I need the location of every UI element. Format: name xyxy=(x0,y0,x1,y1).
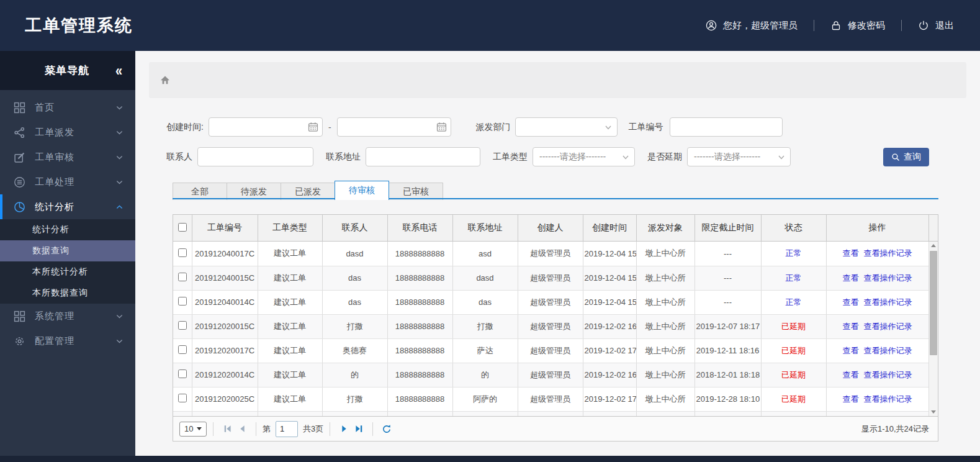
share-icon xyxy=(14,127,25,138)
sidebar-item-统计分析[interactable]: 统计分析 xyxy=(0,194,135,219)
date-from-input[interactable] xyxy=(209,117,323,137)
sidebar-subitem-本所统计分析[interactable]: 本所统计分析 xyxy=(0,261,135,283)
action-link-查看操作记录[interactable]: 查看操作记录 xyxy=(864,346,912,355)
tab-待派发[interactable]: 待派发 xyxy=(227,183,281,200)
search-button[interactable]: 查询 xyxy=(883,148,929,166)
action-link-查看[interactable]: 查看 xyxy=(843,273,859,283)
logout-button[interactable]: 退出 xyxy=(918,20,954,32)
cell-order_no: 201912020025C xyxy=(192,387,258,411)
column-header-工单编号: 工单编号 xyxy=(192,215,258,241)
sidebar-item-工单派发[interactable]: 工单派发 xyxy=(0,120,135,145)
row-select-cell xyxy=(173,338,192,363)
action-link-查看[interactable]: 查看 xyxy=(843,346,859,355)
cell-deadline: --- xyxy=(695,266,761,290)
scroll-up-icon[interactable] xyxy=(929,242,938,250)
action-link-查看[interactable]: 查看 xyxy=(843,322,859,331)
tab-已审核[interactable]: 已审核 xyxy=(389,183,443,200)
sidebar-item-label: 工单处理 xyxy=(35,176,74,188)
action-link-查看操作记录[interactable]: 查看操作记录 xyxy=(864,394,912,404)
is-delayed-label: 是否延期 xyxy=(647,152,682,163)
row-checkbox[interactable] xyxy=(178,297,187,306)
bottom-strip xyxy=(0,456,980,462)
date-to-input[interactable] xyxy=(337,117,451,137)
divider xyxy=(213,422,214,436)
select-all-checkbox[interactable] xyxy=(178,223,187,232)
cell-deadline: 2019-12-11 18:16 xyxy=(695,338,761,363)
action-link-查看操作记录[interactable]: 查看操作记录 xyxy=(864,322,912,331)
page-number-input[interactable] xyxy=(276,421,298,437)
column-header-联系人: 联系人 xyxy=(322,215,387,241)
sidebar-item-配置管理[interactable]: 配置管理 xyxy=(0,328,135,353)
next-page-button[interactable] xyxy=(336,422,351,437)
cell-target: 墩上中心所 xyxy=(636,266,695,290)
first-page-button[interactable] xyxy=(220,422,235,437)
dispatch-dept-select[interactable] xyxy=(515,117,618,137)
sidebar-item-系统管理[interactable]: 系统管理 xyxy=(0,304,135,328)
action-link-查看操作记录[interactable]: 查看操作记录 xyxy=(864,370,912,379)
last-page-button[interactable] xyxy=(351,422,366,437)
row-checkbox[interactable] xyxy=(178,345,187,354)
cell-creator: 超级管理员 xyxy=(518,242,583,266)
table-row: 201912020015C建议工单打撒18888888888打撒超级管理员201… xyxy=(173,314,928,338)
sidebar-item-首页[interactable]: 首页 xyxy=(0,95,135,120)
top-header-bar: 工单管理系统 您好，超级管理员 修改密码 退出 xyxy=(0,0,980,51)
row-checkbox[interactable] xyxy=(178,273,187,281)
cell-order_no: 201912020017C xyxy=(192,338,258,363)
action-link-查看操作记录[interactable]: 查看操作记录 xyxy=(864,273,912,283)
divider xyxy=(814,20,814,31)
change-password-button[interactable]: 修改密码 xyxy=(830,20,885,32)
grid-icon xyxy=(14,102,25,114)
status-tabs: 全部待派发已派发待审核已审核 xyxy=(173,181,938,199)
action-link-查看操作记录[interactable]: 查看操作记录 xyxy=(864,297,912,307)
cell-type: 建议工单 xyxy=(258,314,322,338)
pagination-bar: 10 第 共3页 xyxy=(173,416,938,441)
row-checkbox[interactable] xyxy=(178,248,187,257)
status-badge: 已延期 xyxy=(781,346,806,355)
tab-待审核[interactable]: 待审核 xyxy=(335,181,389,200)
tab-已派发[interactable]: 已派发 xyxy=(281,183,335,200)
user-icon xyxy=(706,20,717,31)
tab-全部[interactable]: 全部 xyxy=(173,183,227,200)
column-header-创建时间: 创建时间 xyxy=(583,215,636,241)
work-order-management-page: 工单管理系统 您好，超级管理员 修改密码 退出 xyxy=(0,0,980,462)
order-no-input[interactable] xyxy=(670,117,783,137)
row-checkbox[interactable] xyxy=(178,369,187,378)
prev-page-button[interactable] xyxy=(235,422,249,437)
sidebar-subitem-统计分析[interactable]: 统计分析 xyxy=(0,219,135,240)
scroll-down-icon[interactable] xyxy=(929,408,938,416)
action-link-查看[interactable]: 查看 xyxy=(843,248,859,258)
action-link-查看操作记录[interactable]: 查看操作记录 xyxy=(864,248,912,258)
row-select-cell xyxy=(173,266,192,290)
greeting-item[interactable]: 您好，超级管理员 xyxy=(706,20,798,32)
scrollbar-thumb[interactable] xyxy=(930,251,937,355)
page-size-select[interactable]: 10 xyxy=(179,422,207,437)
contact-address-input[interactable] xyxy=(366,147,480,166)
row-select-cell xyxy=(173,314,192,338)
page-prefix-label: 第 xyxy=(263,424,271,435)
cell-target: 墩上中心所 xyxy=(636,363,695,387)
home-icon[interactable] xyxy=(160,75,171,86)
divider xyxy=(901,20,902,31)
sidebar-item-工单处理[interactable]: 工单处理 xyxy=(0,170,135,194)
cell-status: 正常 xyxy=(761,290,826,314)
divider xyxy=(372,422,373,436)
action-link-查看[interactable]: 查看 xyxy=(843,297,859,307)
filter-row-2: 联系人 联系地址 工单类型 -------请选择------- 是否延期 ---… xyxy=(149,147,966,166)
sidebar-header: 菜单导航 « xyxy=(0,51,135,90)
action-link-查看[interactable]: 查看 xyxy=(843,394,859,404)
sidebar-subitem-本所数据查询[interactable]: 本所数据查询 xyxy=(0,283,135,304)
order-type-select[interactable]: -------请选择------- xyxy=(533,147,635,166)
sidebar-item-工单审核[interactable]: 工单审核 xyxy=(0,145,135,170)
is-delayed-select[interactable]: -------请选择------- xyxy=(687,147,791,166)
action-link-查看[interactable]: 查看 xyxy=(843,370,859,379)
table-row: 201912020025C建议工单打撒18888888888阿萨的超级管理员20… xyxy=(173,387,928,411)
sidebar-subitem-数据查询[interactable]: 数据查询 xyxy=(0,240,135,261)
row-checkbox[interactable] xyxy=(178,321,187,330)
row-checkbox[interactable] xyxy=(178,394,187,402)
status-badge: 正常 xyxy=(786,248,802,258)
column-header-限定截止时间: 限定截止时间 xyxy=(695,215,761,241)
refresh-button[interactable] xyxy=(379,422,394,437)
sidebar-collapse-icon[interactable]: « xyxy=(115,63,123,78)
sidebar-nav: 首页工单派发工单审核工单处理统计分析统计分析数据查询本所统计分析本所数据查询系统… xyxy=(0,90,135,353)
contact-input[interactable] xyxy=(197,147,313,166)
